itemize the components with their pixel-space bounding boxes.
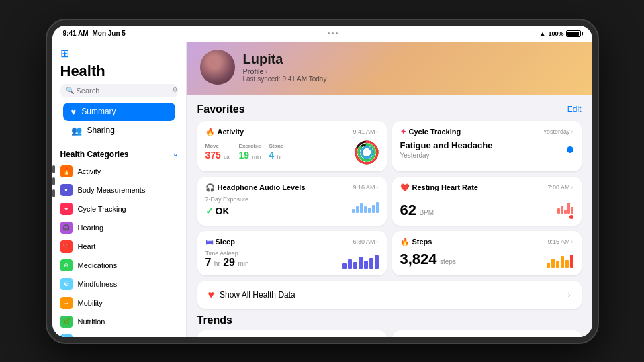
sidebar-item-medications[interactable]: ⊕ Medications [52, 256, 186, 275]
exposure-label: 7-Day Exposure [205, 196, 249, 203]
sidebar-item-mobility[interactable]: → Mobility [52, 293, 186, 312]
sidebar-item-body[interactable]: ● Body Measurements [52, 181, 186, 199]
steps-chevron: › [571, 238, 573, 245]
steps-time-text: 9:15 AM [547, 238, 569, 245]
sync-text: Last synced: 9:41 AM Today [243, 75, 327, 83]
search-bar[interactable]: 🔍 🎙 [60, 84, 178, 97]
sleep-bar-6 [369, 258, 373, 269]
audio-bar-7 [376, 202, 379, 213]
cycle-card-title: ✦ Cycle Tracking [400, 128, 461, 136]
steps-bar-5 [565, 260, 569, 268]
cat-label-body: Body Measurements [78, 186, 146, 194]
wifi-icon: ▲ [540, 30, 546, 37]
show-all-icon: ♥ [208, 289, 215, 301]
sleep-bar-2 [348, 259, 352, 269]
heart-card-time: 7:00 AM › [547, 184, 573, 191]
cycle-chevron: › [571, 128, 573, 135]
profile-link-label: Profile [243, 67, 264, 75]
respiratory-icon: 💨 [60, 334, 73, 337]
cycle-time-text: Yesterday [543, 128, 570, 135]
cat-label-mobility: Mobility [78, 299, 103, 307]
sleep-minutes: 29 [223, 257, 235, 268]
sleep-hours: 7 [205, 257, 212, 268]
sidebar-item-mindfulness[interactable]: ☯ Mindfulness [52, 275, 186, 293]
sidebar-item-activity[interactable]: 🔥 Activity [52, 162, 186, 181]
show-all-row[interactable]: ♥ Show All Health Data › [197, 281, 582, 309]
audio-bar-6 [372, 205, 375, 213]
steps-card-header: 🔥 Steps 9:15 AM › [400, 238, 573, 246]
cycle-indicator-dot [567, 146, 573, 153]
headphone-title-text: Headphone Audio Levels [218, 183, 306, 191]
headphone-card-body: 7-Day Exposure ✓ OK [205, 196, 379, 217]
heart-time-text: 7:00 AM [547, 184, 569, 191]
sidebar-item-heart[interactable]: ❤️ Heart [52, 237, 186, 256]
main-content: Lupita Profile › Last synced: 9:41 AM To… [187, 42, 592, 337]
trend-exercise[interactable]: 🔥 Exercise Minutes › [197, 330, 387, 337]
headphone-time-text: 9:16 AM [353, 184, 375, 191]
mindful-icon: ☯ [60, 278, 73, 290]
cat-label-activity: Activity [78, 167, 101, 175]
headphone-card[interactable]: 🎧 Headphone Audio Levels 9:16 AM › 7-Day… [197, 177, 387, 226]
cat-label-cycle: Cycle Tracking [78, 205, 126, 213]
cat-label-mindfulness: Mindfulness [78, 280, 118, 288]
body-icon: ● [60, 184, 73, 196]
ok-text: OK [216, 206, 230, 216]
sidebar-item-nutrition[interactable]: 🌿 Nutrition [52, 312, 186, 331]
sidebar-grid-icon: ⊞ [60, 47, 178, 60]
sidebar-item-cycle[interactable]: ✦ Cycle Tracking [52, 199, 186, 218]
sidebar-item-sharing[interactable]: 👥 Sharing [63, 122, 175, 140]
sleep-bar-7 [375, 255, 379, 269]
activity-icon: 🔥 [60, 165, 73, 177]
profile-header: Lupita Profile › Last synced: 9:41 AM To… [187, 42, 592, 95]
sleep-bar-1 [342, 263, 347, 269]
steps-bar-3 [556, 261, 559, 268]
steps-bar-6 [570, 255, 573, 268]
profile-link[interactable]: Profile › [243, 67, 327, 75]
sleep-card[interactable]: 🛏 Sleep 6:30 AM › Time Asleep [197, 231, 387, 275]
activity-card[interactable]: 🔥 Activity 9:41 AM › Move [197, 121, 387, 171]
cards-grid: 🔥 Activity 9:41 AM › Move [197, 121, 582, 275]
headphone-card-header: 🎧 Headphone Audio Levels 9:16 AM › [205, 183, 379, 192]
exercise-label: Exercise [239, 143, 261, 149]
sidebar-item-hearing[interactable]: 🎧 Hearing [52, 218, 186, 237]
sleep-card-body: Time Asleep 7 hr 29 min [205, 250, 379, 269]
meds-icon: ⊕ [60, 259, 73, 271]
ipad-frame: 9:41 AM Mon Jun 5 ▲ 100% ⊞ Health 🔍 🎙 [47, 20, 598, 343]
move-unit: cal [224, 154, 230, 160]
battery-percent: 100% [548, 30, 563, 37]
steps-card[interactable]: 🔥 Steps 9:15 AM › 3,824 steps [392, 231, 582, 275]
resting-heart-card[interactable]: ❤️ Resting Heart Rate 7:00 AM › 62 [392, 177, 582, 226]
audio-bar-1 [352, 209, 355, 213]
sidebar-item-respiratory[interactable]: 💨 Respiratory [52, 331, 186, 337]
show-all-chevron: › [568, 290, 571, 300]
heart-mini-chart [557, 197, 573, 214]
stand-stat: Stand 4 hr [269, 143, 283, 161]
sidebar-item-summary[interactable]: ♥ Summary [63, 103, 175, 121]
trends-row: 🔥 Exercise Minutes › ❤️ Walking Heart Ra… [197, 330, 582, 337]
heart-card-title: ❤️ Resting Heart Rate [400, 183, 478, 192]
activity-chevron: › [377, 128, 379, 135]
activity-card-title: 🔥 Activity [205, 128, 244, 136]
sleep-bar-3 [353, 262, 357, 269]
steps-bars [547, 252, 573, 268]
sidebar: ⊞ Health 🔍 🎙 ♥ Summary 👥 Sharing [52, 42, 187, 337]
heart-nav-icon: ♥ [71, 107, 77, 117]
cycle-subtitle: Yesterday [400, 152, 493, 159]
search-input[interactable] [77, 87, 169, 95]
trend-walking-heart[interactable]: ❤️ Walking Heart Rate Average › [392, 330, 582, 337]
heart-dot [569, 215, 573, 219]
status-time: 9:41 AM [63, 30, 89, 37]
app-body: ⊞ Health 🔍 🎙 ♥ Summary 👥 Sharing [52, 42, 592, 337]
cycle-icon: ✦ [60, 203, 73, 215]
cat-label-nutrition: Nutrition [78, 318, 105, 326]
nutrition-icon: 🌿 [60, 316, 73, 328]
edit-button[interactable]: Edit [567, 105, 582, 114]
cycle-tracking-card[interactable]: ✦ Cycle Tracking Yesterday › Fatigue and… [392, 121, 582, 171]
steps-title-text: Steps [412, 238, 432, 246]
sleep-time-text: 6:30 AM [353, 238, 375, 245]
categories-chevron[interactable]: ⌄ [173, 150, 178, 158]
cat-label-hearing: Hearing [78, 224, 104, 232]
sleep-bars [342, 255, 379, 269]
profile-link-chevron: › [265, 67, 268, 75]
heart-value: 62 [400, 201, 416, 218]
